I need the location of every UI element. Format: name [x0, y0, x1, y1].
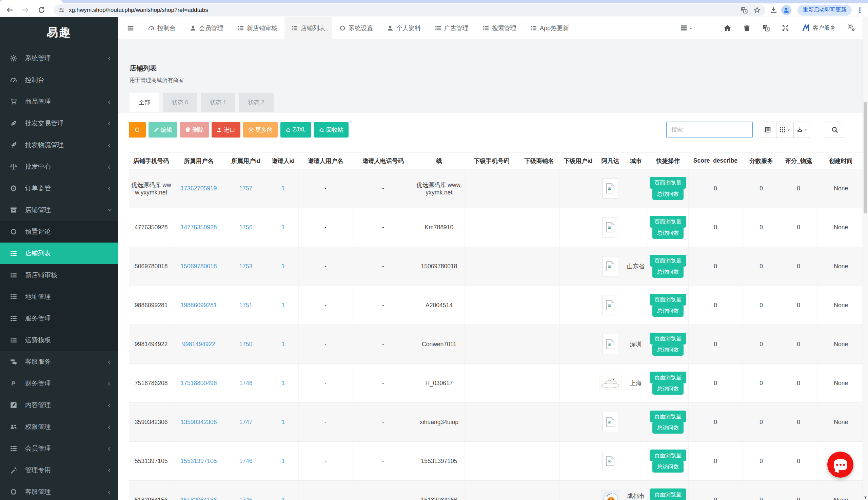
- column-header-0[interactable]: 店铺手机号码: [129, 153, 174, 169]
- tab-new-shop-audit[interactable]: 新店铺审核: [231, 17, 285, 39]
- back-icon[interactable]: [6, 7, 13, 13]
- scrollbar-down-arrow[interactable]: ▼: [863, 495, 868, 499]
- profile-avatar[interactable]: [781, 5, 791, 15]
- chat-fab[interactable]: [827, 452, 854, 478]
- total-visits-button[interactable]: 总访问数: [652, 344, 683, 356]
- owner-name-link[interactable]: 15183984156: [180, 497, 217, 500]
- pageviews-button[interactable]: 页面浏览量: [650, 255, 686, 266]
- translate-icon[interactable]: 文A: [763, 24, 770, 32]
- column-header-3[interactable]: 邀请人id: [268, 153, 298, 169]
- inviter-id-link[interactable]: 1: [281, 458, 285, 464]
- inviter-id-link[interactable]: 1: [281, 302, 285, 309]
- sidebar-item-service-admin[interactable]: 客服管理‹: [0, 481, 118, 500]
- column-header-4[interactable]: 邀请人用户名: [298, 153, 353, 169]
- pageviews-button[interactable]: 页面浏览量: [650, 216, 686, 228]
- sidebar-item-shop-list[interactable]: 店铺列表: [0, 242, 118, 264]
- site-info-icon[interactable]: [59, 7, 65, 13]
- column-header-16[interactable]: 创建时间: [817, 153, 863, 169]
- inviter-id-link[interactable]: 1: [281, 224, 285, 231]
- column-header-5[interactable]: 邀请人电话号码: [353, 153, 414, 169]
- customer-service-button[interactable]: 客户服务: [801, 24, 836, 33]
- owner-name-link[interactable]: 17362705919: [180, 185, 217, 192]
- tab-profile[interactable]: 个人资料: [380, 17, 428, 39]
- sidebar-item-admin-special[interactable]: 管理专用‹: [0, 459, 118, 481]
- inviter-id-link[interactable]: 1: [281, 380, 285, 387]
- translate-icon[interactable]: 文A: [741, 7, 748, 13]
- column-header-10[interactable]: 阿凡达: [597, 153, 624, 169]
- sidebar-item-finance-manage[interactable]: P财务管理‹: [0, 373, 118, 394]
- sidebar-item-permission-manage[interactable]: 权限管理‹: [0, 416, 118, 438]
- sidebar-item-shop-manage[interactable]: 店铺管理‹: [0, 199, 118, 221]
- delete-button[interactable]: 删除: [180, 122, 209, 137]
- gears-icon[interactable]: [848, 24, 855, 32]
- tab-member-manage[interactable]: 会员管理: [183, 17, 231, 39]
- columns-button[interactable]: [776, 122, 794, 138]
- owner-id-link[interactable]: 1745: [240, 497, 253, 500]
- inviter-id-link[interactable]: 1: [281, 341, 285, 348]
- owner-id-link[interactable]: 1746: [240, 458, 253, 464]
- inviter-id-link[interactable]: 1: [281, 497, 285, 500]
- status-tab-3[interactable]: 状态 2: [239, 93, 273, 112]
- sidebar-item-system-manage[interactable]: 系统管理‹: [0, 47, 118, 69]
- download-icon[interactable]: [770, 7, 777, 13]
- owner-name-link[interactable]: 15531397105: [180, 458, 217, 464]
- tab-ad-manage[interactable]: 广告管理: [428, 17, 476, 39]
- pageviews-button[interactable]: 页面浏览量: [650, 177, 686, 189]
- pageviews-button[interactable]: 页面浏览量: [650, 450, 686, 462]
- owner-name-link[interactable]: 14776350928: [180, 224, 217, 231]
- refresh-button[interactable]: [129, 122, 146, 137]
- update-button[interactable]: 重新启动即可更新: [798, 5, 852, 15]
- recycle-bin-button[interactable]: 回收站: [314, 122, 348, 137]
- total-visits-button[interactable]: 总访问数: [652, 266, 683, 278]
- zjxl-button[interactable]: ZJXL: [280, 122, 311, 137]
- owner-name-link[interactable]: 19886099281: [180, 302, 217, 309]
- sidebar-item-freight-template[interactable]: 运费模板: [0, 329, 118, 351]
- total-visits-button[interactable]: 总访问数: [652, 461, 683, 473]
- owner-id-link[interactable]: 1747: [240, 419, 253, 425]
- browser-active-tab[interactable]: [0, 0, 63, 3]
- tab-shop-list[interactable]: 店铺列表: [285, 17, 332, 39]
- sidebar-item-wholesale-center[interactable]: 批发中心‹: [0, 156, 118, 178]
- tab-search-manage[interactable]: 搜索管理: [476, 17, 523, 39]
- owner-name-link[interactable]: 15069780018: [180, 263, 217, 270]
- import-button[interactable]: 进口: [212, 122, 241, 137]
- inviter-id-link[interactable]: 1: [281, 185, 285, 192]
- owner-id-link[interactable]: 1750: [240, 341, 253, 348]
- inviter-id-link[interactable]: 1: [281, 263, 285, 270]
- column-header-9[interactable]: 下级用户id: [559, 153, 597, 169]
- sidebar-item-customer-service[interactable]: 客服服务‹: [0, 351, 118, 373]
- column-header-11[interactable]: 城市: [624, 153, 648, 169]
- sidebar-item-address-manage[interactable]: 地址管理: [0, 286, 118, 308]
- pageviews-button[interactable]: 页面浏览量: [650, 294, 686, 306]
- sidebar-toggle-icon[interactable]: [127, 24, 134, 32]
- table-view-button[interactable]: [759, 122, 777, 138]
- status-tab-2[interactable]: 状态 1: [201, 93, 235, 112]
- column-header-8[interactable]: 下级商铺名: [519, 153, 559, 169]
- sidebar-item-content-manage[interactable]: 内容管理‹: [0, 394, 118, 416]
- pageviews-button[interactable]: 页面浏览量: [650, 372, 686, 384]
- scrollbar-thumb[interactable]: [864, 102, 867, 213]
- edit-button[interactable]: 编辑: [148, 122, 177, 137]
- sidebar-item-member-manage[interactable]: 会员管理‹: [0, 438, 118, 459]
- search-button[interactable]: [825, 122, 844, 138]
- owner-id-link[interactable]: 1751: [240, 302, 253, 309]
- owner-name-link[interactable]: 13590342306: [180, 419, 217, 425]
- tabs-menu-button[interactable]: [680, 24, 693, 32]
- total-visits-button[interactable]: 总访问数: [652, 383, 683, 395]
- vertical-scrollbar[interactable]: ▼: [863, 17, 868, 500]
- column-header-15[interactable]: 评分_物流: [780, 153, 817, 169]
- pageviews-button[interactable]: 页面浏览量: [650, 333, 686, 344]
- tab-console[interactable]: 控制台: [141, 17, 183, 39]
- column-header-13[interactable]: Score_describe: [688, 153, 743, 169]
- forward-icon[interactable]: [22, 7, 29, 13]
- kebab-menu-icon[interactable]: [856, 7, 863, 13]
- sidebar-item-wholesale-logistics[interactable]: 批发物流管理‹: [0, 134, 118, 156]
- fullscreen-icon[interactable]: [782, 24, 789, 32]
- owner-id-link[interactable]: 1756: [240, 224, 253, 231]
- inviter-id-link[interactable]: 1: [281, 419, 285, 425]
- sidebar-item-service-manage[interactable]: 服务管理: [0, 308, 118, 329]
- status-tab-0[interactable]: 全部: [130, 93, 159, 112]
- export-button[interactable]: [793, 122, 811, 138]
- tab-system-settings[interactable]: 系统设置: [332, 17, 380, 39]
- column-header-12[interactable]: 快捷操作: [648, 153, 688, 169]
